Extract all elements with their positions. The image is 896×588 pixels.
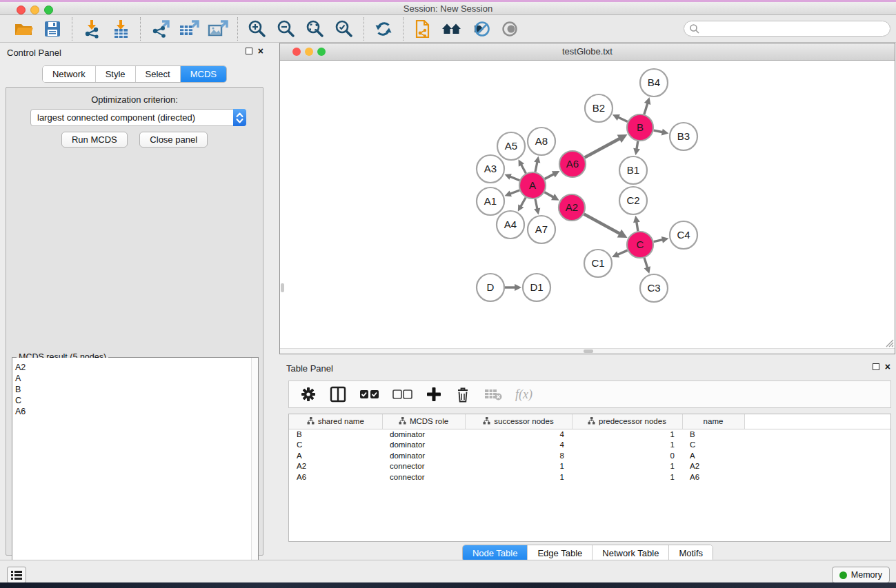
show-graphics-details-button[interactable] [499, 18, 521, 40]
table-cell[interactable]: A [289, 450, 382, 461]
network-vertical-scroll-thumb[interactable] [281, 283, 284, 292]
table-cell[interactable]: dominator [382, 429, 465, 440]
zoom-selected-button[interactable] [333, 18, 355, 40]
table-cell[interactable]: 4 [465, 440, 572, 451]
column-header[interactable]: predecessor nodes [572, 414, 682, 429]
table-cell[interactable]: 0 [572, 450, 682, 461]
table-cell[interactable]: 8 [465, 450, 572, 461]
tab-network[interactable]: Network [43, 66, 95, 82]
tab-motifs[interactable]: Motifs [668, 545, 713, 561]
mcds-result-item[interactable]: A6 [15, 406, 258, 417]
table-cell[interactable]: A2 [682, 461, 744, 472]
network-window-titlebar[interactable]: testGlobe.txt [280, 43, 895, 61]
mcds-result-item[interactable]: B [15, 384, 258, 395]
new-network-from-file-button[interactable] [412, 18, 434, 40]
create-column-button[interactable] [426, 384, 442, 405]
network-horizontal-scroll-thumb[interactable] [584, 349, 593, 353]
deselect-all-button[interactable] [392, 384, 413, 405]
graph-edge-B-B2[interactable] [618, 117, 628, 121]
column-header[interactable]: MCDS role [382, 414, 465, 429]
tab-select[interactable]: Select [135, 66, 180, 82]
session-search-input[interactable] [684, 21, 890, 37]
graph-edge-A-A7[interactable] [535, 199, 537, 210]
graph-edge-A-A3[interactable] [510, 176, 519, 181]
table-row[interactable]: A2connector11A2 [289, 461, 890, 472]
window-resize-grip[interactable] [885, 338, 894, 347]
export-image-button[interactable] [207, 18, 229, 40]
table-cell[interactable]: A6 [289, 472, 382, 483]
home-button[interactable] [441, 18, 463, 40]
table-cell[interactable]: B [682, 429, 744, 440]
graph-edge-A-A4[interactable] [521, 197, 526, 206]
zoom-in-button[interactable] [246, 18, 268, 40]
table-cell[interactable]: A6 [682, 472, 744, 483]
tab-style[interactable]: Style [95, 66, 135, 82]
float-table-panel-icon[interactable] [873, 363, 879, 370]
show-tasks-button[interactable] [7, 567, 26, 583]
table-cell[interactable]: B [289, 429, 382, 440]
table-cell[interactable]: A2 [289, 461, 382, 472]
import-network-button[interactable] [81, 18, 103, 40]
graph-edge-A-A8[interactable] [535, 162, 537, 172]
export-network-button[interactable] [149, 18, 171, 40]
table-row[interactable]: Adominator80A [289, 450, 890, 461]
table-cell[interactable]: 1 [572, 440, 682, 451]
table-cell[interactable]: connector [382, 472, 465, 483]
table-cell[interactable]: 1 [465, 472, 572, 483]
column-header[interactable]: name [682, 414, 744, 429]
select-all-button[interactable] [359, 384, 380, 405]
tab-edge-table[interactable]: Edge Table [527, 545, 592, 561]
main-titlebar[interactable]: Session: New Session [0, 2, 896, 15]
close-panel-icon[interactable]: × [258, 48, 263, 54]
close-panel-button[interactable]: Close panel [139, 132, 208, 148]
close-table-panel-icon[interactable]: × [885, 363, 890, 370]
table-cell[interactable]: 1 [572, 472, 682, 483]
apply-layout-button[interactable] [372, 18, 395, 40]
table-row[interactable]: Bdominator41B [289, 429, 890, 440]
network-horizontal-scrollbar[interactable] [280, 348, 895, 354]
open-session-button[interactable] [12, 18, 34, 40]
zoom-fit-button[interactable] [304, 18, 326, 40]
graph-edge-A-A5[interactable] [521, 165, 526, 174]
table-row[interactable]: Cdominator41C [289, 440, 890, 451]
float-panel-icon[interactable] [246, 48, 252, 54]
show-columns-button[interactable] [329, 384, 347, 405]
graph-edge-B-B1[interactable] [637, 141, 638, 150]
table-cell[interactable]: dominator [382, 450, 465, 461]
column-header[interactable]: successor nodes [465, 414, 572, 429]
mcds-result-item[interactable]: A [15, 373, 258, 384]
save-session-button[interactable] [41, 18, 63, 40]
graph-edge-A-A6[interactable] [545, 174, 555, 179]
table-cell[interactable]: 4 [465, 429, 572, 440]
table-cell[interactable]: A [682, 450, 744, 461]
column-header[interactable]: shared name [289, 414, 382, 429]
table-cell[interactable]: C [682, 440, 744, 451]
tab-mcds[interactable]: MCDS [180, 66, 226, 82]
delete-column-button[interactable] [455, 384, 471, 405]
table-cell[interactable]: dominator [382, 440, 465, 451]
graph-edge-A-A2[interactable] [544, 192, 553, 197]
table-cell[interactable]: 1 [572, 461, 682, 472]
network-canvas[interactable]: B4B2BB3A5A8A6A3AB1A1C2A2A4A7C4CC1C3DD1 [280, 61, 895, 349]
tab-network-table[interactable]: Network Table [592, 545, 668, 561]
graph-edge-C-C3[interactable] [644, 258, 648, 268]
table-cell[interactable]: connector [382, 461, 465, 472]
run-mcds-button[interactable]: Run MCDS [61, 132, 128, 148]
result-list-scrollbar[interactable] [251, 358, 258, 588]
memory-button[interactable]: Memory [832, 567, 890, 583]
graph-edge-A6-B[interactable] [585, 139, 620, 158]
mcds-result-item[interactable]: C [15, 395, 258, 406]
graph-edge-C-C1[interactable] [617, 250, 627, 254]
table-settings-button[interactable] [300, 384, 317, 405]
hide-labels-button[interactable] [470, 18, 492, 40]
graph-edge-A-A1[interactable] [510, 190, 519, 194]
graph-edge-B-B4[interactable] [644, 103, 648, 114]
table-row[interactable]: A6connector11A6 [289, 472, 890, 483]
criterion-dropdown[interactable]: largest connected component (directed) [30, 109, 246, 126]
table-cell[interactable]: C [289, 440, 382, 451]
graph-edge-B-B3[interactable] [654, 130, 663, 132]
graph-edge-C-C4[interactable] [654, 240, 663, 242]
import-table-button[interactable] [110, 18, 132, 40]
mcds-result-item[interactable]: A2 [15, 362, 258, 373]
export-table-button[interactable] [178, 18, 200, 40]
